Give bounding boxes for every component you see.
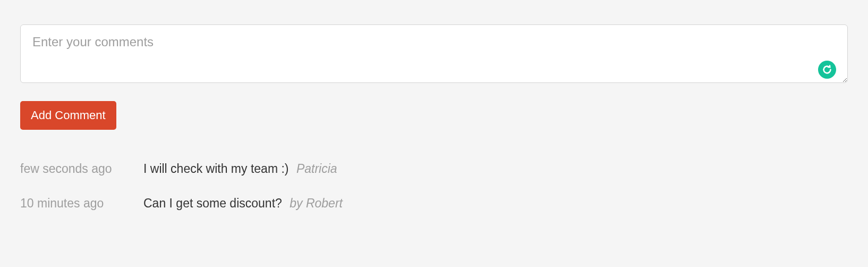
comment-text: I will check with my team :)	[143, 162, 289, 176]
comment-body: I will check with my team :) Patricia	[143, 162, 337, 176]
comment-input-wrapper	[20, 24, 848, 85]
comment-body: Can I get some discount? by Robert	[143, 196, 343, 211]
comment-text: Can I get some discount?	[143, 196, 282, 210]
comments-list: few seconds ago I will check with my tea…	[20, 162, 848, 211]
comment-timestamp: few seconds ago	[20, 162, 143, 176]
grammarly-icon[interactable]	[818, 61, 836, 79]
comment-author: by Robert	[290, 196, 343, 210]
comment-author: Patricia	[296, 162, 337, 176]
comment-row: 10 minutes ago Can I get some discount? …	[20, 196, 848, 211]
comment-row: few seconds ago I will check with my tea…	[20, 162, 848, 176]
comment-timestamp: 10 minutes ago	[20, 196, 143, 211]
add-comment-button[interactable]: Add Comment	[20, 101, 116, 130]
comment-input[interactable]	[20, 24, 848, 83]
